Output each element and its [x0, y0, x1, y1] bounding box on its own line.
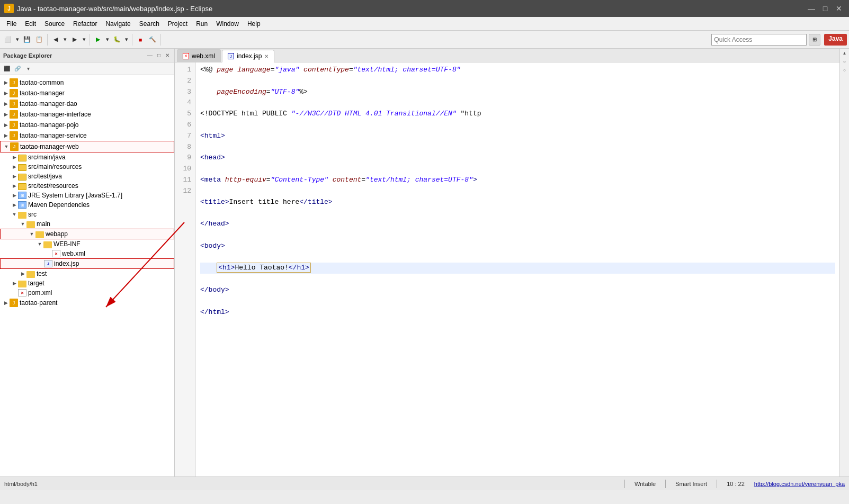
- quick-access-input[interactable]: [711, 34, 807, 46]
- code-line-9: <body>: [200, 241, 835, 252]
- tree-item-taotao-manager-interface[interactable]: ▶ J taotao-manager-interface: [0, 109, 174, 120]
- menu-bar: File Edit Source Refactor Navigate Searc…: [0, 17, 849, 31]
- forward-button[interactable]: ▶: [69, 34, 81, 46]
- tree-arrow: ▶: [11, 193, 18, 198]
- xml-icon: ✕: [52, 250, 60, 257]
- back-button[interactable]: ◀: [50, 34, 61, 46]
- tree-item-taotao-common[interactable]: ▶ J taotao-common: [0, 77, 174, 88]
- rs-btn-1[interactable]: ▲: [841, 50, 848, 57]
- menu-source[interactable]: Source: [40, 19, 69, 29]
- forward-dropdown[interactable]: ▾: [81, 34, 87, 46]
- tree-label: src/test/resources: [28, 182, 78, 190]
- code-line-3: <!DOCTYPE html PUBLIC "-//W3C//DTD HTML …: [200, 109, 835, 120]
- code-line-12: </html>: [200, 307, 835, 318]
- tree-item-src-test-java[interactable]: ▶ src/test/java: [0, 172, 174, 181]
- new-button[interactable]: ⬜: [2, 34, 14, 46]
- build-button[interactable]: 🔨: [147, 34, 158, 46]
- pkg-maximize-btn[interactable]: □: [156, 52, 162, 59]
- close-button[interactable]: ✕: [833, 3, 845, 14]
- tree-item-taotao-manager-dao[interactable]: ▶ J taotao-manager-dao: [0, 98, 174, 109]
- minimize-button[interactable]: —: [806, 3, 817, 14]
- project-icon: J: [10, 131, 18, 140]
- tree-item-webinf[interactable]: ▼ WEB-INF: [0, 239, 174, 249]
- tree-arrow: [37, 261, 44, 266]
- menu-help[interactable]: Help: [243, 19, 265, 29]
- tree-item-jre-library[interactable]: ▶ ⊞ JRE System Library [JavaSE-1.7]: [0, 191, 174, 200]
- menu-run[interactable]: Run: [192, 19, 212, 29]
- status-bar: html/body/h1 Writable Smart Insert 10 : …: [0, 476, 849, 490]
- jsp-tab-icon: J: [228, 53, 234, 59]
- tree-label: src/main/resources: [28, 163, 82, 170]
- java-perspective-badge[interactable]: Java: [824, 34, 847, 46]
- tree-arrow: ▶: [2, 91, 10, 96]
- menu-edit[interactable]: Edit: [21, 19, 40, 29]
- menu-search[interactable]: Search: [135, 19, 164, 29]
- menu-file[interactable]: File: [2, 19, 21, 29]
- tree-item-web-xml[interactable]: ✕ web.xml: [0, 249, 174, 258]
- menu-window[interactable]: Window: [212, 19, 243, 29]
- tree-arrow: [11, 290, 18, 295]
- tree-label: Maven Dependencies: [28, 201, 90, 209]
- stop-button[interactable]: ■: [135, 34, 146, 46]
- tree-label: taotao-common: [20, 79, 64, 86]
- save-all-button[interactable]: 📋: [33, 34, 45, 46]
- tab-index-jsp-label: index.jsp: [237, 52, 262, 60]
- tab-web-xml-label: web.xml: [192, 52, 215, 60]
- tree-label: index.jsp: [54, 260, 79, 267]
- tree-item-src-main-java[interactable]: ▶ src/main/java: [0, 152, 174, 162]
- menu-navigate[interactable]: Navigate: [101, 19, 135, 29]
- tree-item-taotao-manager-pojo[interactable]: ▶ J taotao-manager-pojo: [0, 120, 174, 130]
- project-icon: J: [10, 299, 18, 307]
- tab-index-jsp[interactable]: J index.jsp ✕: [222, 50, 274, 62]
- menu-refactor[interactable]: Refactor: [69, 19, 101, 29]
- run-button[interactable]: ▶: [92, 34, 104, 46]
- library-icon: ⊞: [18, 192, 26, 199]
- tree-item-target[interactable]: ▶ target: [0, 278, 174, 288]
- pkg-close-btn[interactable]: ✕: [164, 52, 171, 59]
- code-line-5: <head>: [200, 152, 835, 164]
- tree-item-taotao-parent[interactable]: ▶ J taotao-parent: [0, 298, 174, 308]
- editor-tabs: ✕ web.xml J index.jsp ✕: [175, 49, 839, 62]
- debug-button[interactable]: 🐛: [111, 34, 123, 46]
- tree-item-src-test-resources[interactable]: ▶ src/test/resources: [0, 181, 174, 191]
- tree-item-pom-xml[interactable]: ✕ pom.xml: [0, 288, 174, 298]
- pkg-link-btn[interactable]: 🔗: [13, 64, 22, 74]
- menu-project[interactable]: Project: [164, 19, 192, 29]
- pkg-minimize-btn[interactable]: —: [146, 52, 154, 59]
- code-line-2: pageEncoding="UTF-8"%>: [200, 87, 835, 98]
- xml-tab-icon: ✕: [183, 53, 189, 59]
- pkg-menu-btn[interactable]: ▾: [23, 64, 33, 74]
- run-dropdown[interactable]: ▾: [104, 34, 111, 46]
- code-editor[interactable]: 1 2 3 4 5 6 7 8 9 10 11 12 <%@ page lang…: [175, 62, 839, 476]
- tree-label: taotao-manager: [20, 89, 65, 97]
- folder-icon: [26, 271, 35, 278]
- back-dropdown[interactable]: ▾: [62, 34, 68, 46]
- tree-arrow: ▼: [36, 241, 43, 247]
- save-button[interactable]: 💾: [21, 34, 33, 46]
- tree-item-taotao-manager-service[interactable]: ▶ J taotao-manager-service: [0, 130, 174, 141]
- tree-item-taotao-manager-web[interactable]: ▼ J taotao-manager-web: [0, 141, 174, 152]
- status-url[interactable]: http://blog.csdn.net/yerenyuan_pka: [754, 481, 845, 487]
- toolbar: ⬜ ▾ 💾 📋 ◀ ▾ ▶ ▾ ▶ ▾ 🐛 ▾ ■ 🔨 ⊞ Java: [0, 31, 849, 49]
- tree-item-index-jsp[interactable]: J index.jsp: [0, 258, 174, 269]
- maximize-button[interactable]: □: [819, 3, 831, 14]
- rs-btn-3[interactable]: ○: [841, 67, 848, 74]
- new-dropdown[interactable]: ▾: [14, 34, 21, 46]
- tree-item-main[interactable]: ▼ main: [0, 219, 174, 229]
- tree-arrow: ▶: [2, 122, 10, 128]
- tree-item-test[interactable]: ▶ test: [0, 269, 174, 278]
- tree-item-taotao-manager[interactable]: ▶ J taotao-manager: [0, 88, 174, 98]
- status-path: html/body/h1: [4, 481, 619, 487]
- folder-icon: [26, 221, 35, 228]
- tab-close-button[interactable]: ✕: [264, 53, 269, 59]
- tree-item-src-main-resources[interactable]: ▶ src/main/resources: [0, 162, 174, 172]
- code-content[interactable]: <%@ page language="java" contentType="te…: [196, 62, 839, 476]
- tree-item-src[interactable]: ▼ src: [0, 210, 174, 219]
- perspective-icon[interactable]: ⊞: [809, 34, 820, 46]
- tab-web-xml[interactable]: ✕ web.xml: [177, 49, 221, 62]
- rs-btn-2[interactable]: ○: [841, 58, 848, 66]
- tree-item-maven-deps[interactable]: ▶ ⊞ Maven Dependencies: [0, 200, 174, 210]
- tree-item-webapp[interactable]: ▼ webapp: [0, 229, 174, 239]
- pkg-collapse-btn[interactable]: ⬛: [2, 64, 12, 74]
- debug-dropdown[interactable]: ▾: [123, 34, 130, 46]
